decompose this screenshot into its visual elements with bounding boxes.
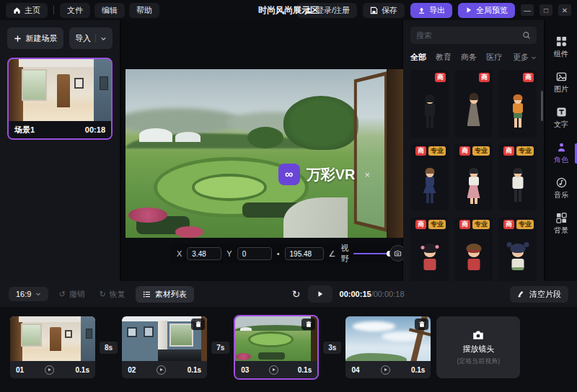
clip-play-icon[interactable]: [45, 365, 54, 375]
import-button[interactable]: 导入: [69, 27, 113, 49]
badge-pro: 专业: [428, 220, 446, 229]
character-card-chibi-girl-red[interactable]: 商专业: [410, 217, 449, 281]
save-button[interactable]: 保存: [363, 3, 405, 18]
tab-all[interactable]: 全部: [410, 52, 426, 63]
scene-duration: 00:18: [85, 125, 105, 134]
window-maximize-button[interactable]: □: [539, 4, 552, 16]
character-figure: [461, 165, 487, 207]
tab-education[interactable]: 教育: [436, 52, 452, 63]
character-figure: [505, 92, 531, 133]
character-card-business-woman[interactable]: 商: [410, 70, 449, 138]
place-camera-card[interactable]: 摆放镜头 (定格当前视角): [436, 316, 520, 378]
scene-card-selected[interactable]: 场景1 00:18: [7, 58, 113, 140]
window-close-button[interactable]: ✕: [558, 4, 571, 16]
menu-help[interactable]: 帮助: [129, 3, 159, 18]
menu-file[interactable]: 文件: [60, 3, 90, 18]
badge-shang: 商: [503, 220, 514, 229]
gap-duration-1[interactable]: 8s: [100, 342, 118, 354]
preview-canvas[interactable]: ∞ 万彩VR × X Y • ∠ 视野: [121, 20, 402, 281]
clip-duration: 0.1s: [411, 366, 425, 374]
material-list-button[interactable]: 素材列表: [136, 286, 194, 303]
tab-medical[interactable]: 医疗: [486, 52, 502, 63]
tab-business[interactable]: 商务: [461, 52, 477, 63]
y-label: Y: [226, 249, 232, 258]
badge-pro: 专业: [472, 220, 490, 229]
new-scene-button[interactable]: 新建场景: [7, 27, 63, 49]
badge-shang: 商: [479, 73, 490, 82]
delete-clip-button[interactable]: [301, 318, 315, 330]
place-camera-title: 摆放镜头: [462, 344, 494, 355]
music-icon: [556, 177, 567, 188]
timeline-play-button[interactable]: [308, 285, 332, 303]
menu-home[interactable]: 主页: [6, 3, 48, 18]
clip-play-icon[interactable]: [269, 365, 278, 375]
menu-edit[interactable]: 编辑: [94, 3, 125, 18]
character-card-casual-man[interactable]: 商专业: [498, 143, 537, 211]
character-card-casual-woman[interactable]: 商专业: [454, 143, 493, 211]
character-card-chibi-girl-blue[interactable]: 商专业: [498, 217, 537, 281]
rotation-input[interactable]: [285, 247, 324, 260]
search-box[interactable]: [410, 27, 537, 44]
global-preview-button[interactable]: 全局预览: [458, 3, 515, 18]
text-icon: [556, 107, 567, 117]
image-icon: [556, 71, 567, 82]
export-button[interactable]: 导出: [410, 3, 452, 18]
scenes-panel: 新建场景 导入 场景1 00:18: [0, 20, 120, 281]
badge-shang: 商: [459, 146, 470, 156]
rail-item-text[interactable]: 文字: [545, 105, 577, 131]
gap-duration-2[interactable]: 7s: [211, 342, 229, 354]
fov-label: 视野: [340, 243, 348, 264]
delete-clip-button[interactable]: [191, 318, 205, 330]
character-figure: [505, 239, 531, 280]
rail-item-components[interactable]: 组件: [545, 35, 577, 61]
rail-item-background[interactable]: 背景: [545, 211, 577, 237]
loop-playback-icon[interactable]: ↻: [292, 288, 301, 300]
redo-button[interactable]: ↻ 恢复: [95, 286, 130, 303]
rail-item-images[interactable]: 图片: [545, 70, 577, 96]
rail-item-characters[interactable]: 角色: [545, 141, 577, 166]
aspect-ratio-dropdown[interactable]: 16:9: [9, 287, 48, 301]
scrollbar[interactable]: [541, 91, 543, 121]
search-input[interactable]: [416, 31, 518, 40]
background-icon: [556, 213, 567, 223]
badge-shang: 商: [523, 73, 534, 82]
clip-01[interactable]: 01 0.1s: [10, 316, 95, 378]
rail-item-music[interactable]: 音乐: [545, 176, 577, 202]
clip-duration: 0.1s: [76, 366, 89, 374]
character-card-casual-boy[interactable]: 商: [498, 70, 537, 138]
plus-icon: [14, 35, 22, 43]
preview-3d-view[interactable]: ∞ 万彩VR ×: [125, 69, 403, 238]
top-bar: 主页 文件 编辑 帮助 时尚风尚展示区 登录/注册 保存: [0, 0, 577, 20]
clip-thumbnail: [10, 316, 95, 361]
badge-shang: 商: [503, 146, 514, 156]
clip-03-selected[interactable]: 03 0.1s: [234, 315, 319, 380]
clip-play-icon[interactable]: [157, 365, 166, 375]
clear-clips-button[interactable]: 清空片段: [510, 286, 568, 303]
app-window: 主页 文件 编辑 帮助 时尚风尚展示区 登录/注册 保存: [0, 0, 577, 392]
clip-02[interactable]: 02 0.1s: [122, 316, 207, 378]
components-icon: [556, 36, 567, 47]
undo-button[interactable]: ↺ 撤销: [54, 286, 89, 303]
watermark-close-icon[interactable]: ×: [365, 169, 371, 180]
clip-play-icon[interactable]: [381, 365, 390, 375]
redo-icon: ↻: [100, 290, 106, 299]
clip-04[interactable]: 04 0.1s: [345, 316, 431, 378]
character-card-school-girl[interactable]: 商专业: [410, 143, 449, 211]
home-icon: [13, 6, 21, 14]
topbar-actions: 登录/注册 保存 导出 全局预览 — □ ✕: [297, 3, 571, 18]
character-card-hanfu-man[interactable]: 商: [454, 70, 493, 138]
tab-more[interactable]: 更多: [513, 52, 537, 63]
camera-icon: [472, 329, 485, 342]
broom-icon: [517, 290, 525, 298]
badge-shang: 商: [435, 73, 446, 82]
character-card-chibi-boy[interactable]: 商专业: [454, 217, 493, 281]
save-icon: [370, 6, 378, 14]
x-input[interactable]: [187, 247, 221, 260]
gap-duration-3[interactable]: 3s: [323, 342, 341, 354]
delete-clip-button[interactable]: [415, 318, 428, 330]
window-minimize-button[interactable]: —: [521, 4, 534, 16]
y-input[interactable]: [237, 247, 272, 260]
place-camera-subtitle: (定格当前视角): [457, 357, 500, 366]
divider: [53, 6, 54, 14]
character-figure: [461, 92, 487, 133]
